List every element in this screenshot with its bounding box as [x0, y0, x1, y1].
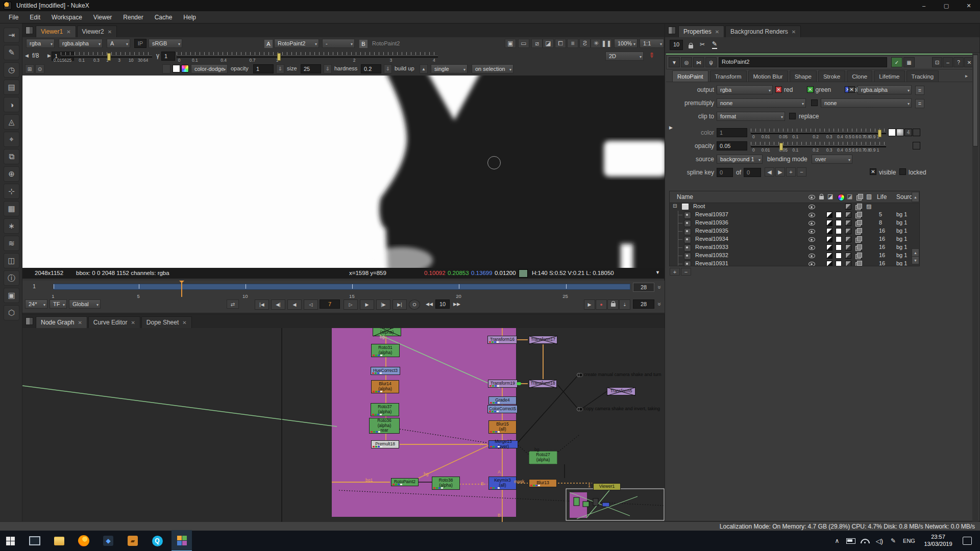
tool-image-icon[interactable]: ⇥ [4, 28, 19, 43]
table-row[interactable]: Reveal1093416bg 1 [670, 235, 919, 243]
row-clone-icon[interactable] [855, 254, 861, 259]
locked-checkbox[interactable] [899, 168, 906, 175]
slider-handle[interactable] [107, 53, 111, 61]
step-back-button[interactable]: ◁ [304, 299, 318, 310]
row-visibility-icon[interactable] [808, 229, 815, 234]
viewer-tab-viewer2[interactable]: Viewer2✕ [77, 26, 117, 37]
close-tab-icon[interactable]: ✕ [78, 320, 82, 325]
channel-green-checkbox[interactable]: ✕ [807, 86, 814, 93]
menu-cache[interactable]: Cache [149, 12, 178, 22]
dag-tab-curve-editor[interactable]: Curve Editor✕ [88, 316, 140, 328]
menu-edit[interactable]: Edit [24, 12, 46, 22]
replace-checkbox[interactable] [789, 113, 796, 119]
table-row[interactable]: Reveal1093116bg 1 [670, 260, 919, 266]
node-tab-rotopaint[interactable]: RotoPaint [672, 70, 708, 82]
visible-checkbox[interactable]: ✕ [870, 168, 876, 175]
delete-key-button[interactable]: − [797, 167, 806, 177]
spline-current-field[interactable]: 0 [717, 168, 733, 177]
dag-node-transform5[interactable]: Transform5 [607, 387, 635, 395]
tool-merge-icon[interactable]: ⧉ [4, 149, 19, 164]
monitor-out-icon[interactable]: ⧠ [555, 39, 566, 48]
table-scroll-up2[interactable]: ▲ [912, 248, 919, 257]
dag-node-premult18[interactable]: Premult18 [371, 440, 399, 448]
row-overlay-swatch[interactable] [845, 212, 851, 218]
max-panels-field[interactable]: 10 [670, 40, 683, 50]
row-color-swatch[interactable] [836, 212, 842, 218]
slider-handle[interactable] [878, 130, 881, 137]
row-color-swatch[interactable] [836, 220, 842, 226]
help-icon[interactable]: ? [953, 57, 964, 67]
table-row[interactable]: Reveal109375bg 1 [670, 211, 919, 219]
postage-stamp-icon[interactable]: ψ [705, 57, 717, 67]
props-tab-background-renders[interactable]: Background Renders✕ [725, 26, 801, 37]
row-matte-swatch[interactable] [826, 212, 832, 218]
brush-color-swatch[interactable] [173, 65, 180, 72]
play-forward-button[interactable]: ▶ [360, 299, 374, 310]
row-visibility-icon[interactable] [808, 254, 815, 258]
blend-mode-dropdown[interactable]: over [812, 155, 852, 164]
row-overlay-swatch[interactable] [845, 228, 851, 234]
menu-help[interactable]: Help [178, 12, 202, 22]
table-row[interactable]: Reveal1093316bg 1 [670, 243, 919, 252]
tool-color-icon[interactable]: ◑ [4, 97, 19, 112]
next-key-button[interactable]: ▶ [775, 167, 785, 177]
row-clone-icon[interactable] [855, 262, 861, 266]
row-visibility-icon[interactable] [808, 262, 815, 266]
volume-icon[interactable]: ◁) [873, 531, 886, 551]
loop-button[interactable]: O [409, 299, 420, 310]
dag-node-roto38[interactable]: Roto38(alpha) [432, 477, 460, 490]
dag-node-rotopaint2[interactable]: RotoPaint2 [391, 478, 419, 486]
gain-slider[interactable]: 0.0156250.10.313103064 [61, 52, 152, 60]
input-b-dropdown[interactable]: RotoPaint2 [369, 39, 412, 48]
premultiply-checkbox[interactable] [811, 99, 818, 106]
tree-expander[interactable]: ⊟ [673, 203, 677, 209]
opacity-field[interactable]: 1 [253, 64, 274, 73]
opacity-anim-button[interactable] [913, 142, 920, 149]
format-fit-icon[interactable]: ▭ [518, 39, 529, 48]
panel-scrollbar[interactable] [972, 54, 978, 522]
gain-display-icon[interactable]: ▣ [505, 39, 516, 48]
tool-channel-icon[interactable]: ▤ [4, 80, 19, 95]
close-button[interactable]: ✕ [958, 0, 980, 11]
current-frame-field[interactable]: 7 [320, 299, 340, 309]
dag-pane-icon[interactable] [26, 317, 33, 325]
row-overlay-swatch[interactable] [845, 204, 851, 210]
alpha-checkbox[interactable]: ✕ [848, 86, 855, 93]
notification-icon[interactable] [960, 531, 975, 551]
pressure-size-icon[interactable]: ⇩ [324, 64, 332, 73]
viewer-pane-icon[interactable] [26, 27, 33, 34]
row-matte-swatch[interactable] [826, 236, 832, 242]
view-dropdown[interactable]: A [107, 39, 130, 48]
start-button[interactable] [0, 531, 20, 551]
node-tab-motion-blur[interactable]: Motion Blur [748, 70, 788, 82]
opacity-field[interactable]: 0.05 [717, 141, 747, 151]
language-indicator[interactable]: ENG [900, 531, 918, 551]
row-clone-icon[interactable] [855, 221, 861, 227]
info-dropdown-icon[interactable]: ▼ [655, 270, 660, 275]
dag-node-merge13-over-[interactable]: Merge13 (over) [488, 440, 518, 448]
source-dropdown[interactable]: background 1 [717, 155, 763, 164]
row-clone-icon[interactable] [855, 246, 861, 251]
range-end-box[interactable]: 28 [633, 283, 654, 292]
frame-increment-field[interactable]: 10 [435, 299, 450, 309]
input-a-dropdown[interactable]: RotoPaint2 [274, 39, 319, 48]
node-graph-canvas[interactable]: Roto30(alpha)Roto31(alpha)HueCorrect3Blu… [22, 328, 665, 522]
close-tab-icon[interactable]: ✕ [66, 29, 70, 35]
annotate-pencil-icon[interactable]: ✎ [647, 51, 656, 60]
minimize-button[interactable]: – [913, 0, 935, 11]
brush-preset-icon[interactable] [162, 64, 170, 73]
row-matte-swatch[interactable] [826, 220, 832, 226]
app-dark-icon[interactable]: ◆ [98, 531, 118, 551]
roi-icon[interactable]: ✳ [591, 39, 602, 48]
row-visibility-icon[interactable] [808, 213, 815, 217]
tool-deep-icon[interactable]: ≋ [4, 236, 19, 251]
premultiply-mask-dropdown[interactable]: none [821, 98, 912, 108]
stroke-mode-dropdown[interactable]: single [431, 64, 468, 73]
tf-dropdown[interactable]: TF [50, 299, 67, 309]
row-clone-icon[interactable] [855, 238, 861, 243]
play-backward-button[interactable]: ◀ [287, 299, 302, 310]
prev-keyframe-button[interactable]: ◀| [271, 299, 285, 310]
slider-handle[interactable] [277, 53, 281, 61]
table-row[interactable]: Reveal109368bg 1 [670, 219, 919, 227]
gamma-slider[interactable]: 00.10.40.71234 [177, 52, 438, 60]
